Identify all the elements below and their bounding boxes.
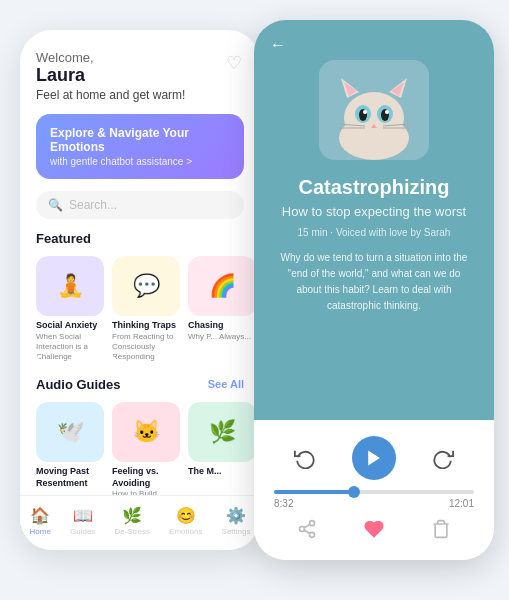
phone-left: ♡ Welcome, Laura Feel at home and get wa… [20,30,260,550]
time-labels: 8:32 12:01 [274,498,474,509]
featured-card-sub-0: When Social Interaction is a Challenge [36,332,104,363]
audio-card-0[interactable]: 🕊️ Moving Past Resentment [36,402,104,495]
nav-emotions[interactable]: 😊 Emotions [169,506,202,536]
tagline: Feel at home and get warm! [36,88,244,102]
username: Laura [36,65,244,86]
progress-container[interactable]: 8:32 12:01 [274,490,474,509]
featured-title: Featured [36,231,244,246]
svg-point-20 [300,527,305,532]
audio-card-img-1: 🐱 [112,402,180,462]
audio-card-2[interactable]: 🌿 The M... [188,402,256,495]
track-description: Why do we tend to turn a situation into … [279,250,469,314]
audio-card-label-1: Feeling vs. Avoiding [112,466,180,489]
audio-card-img-0: 🕊️ [36,402,104,462]
nav-home-label: Home [30,527,51,536]
cta-banner[interactable]: Explore & Navigate Your Emotions with ge… [36,114,244,179]
audio-guides-header: Audio Guides See All [36,377,244,392]
phone-right: ← [254,20,494,560]
app-container: ♡ Welcome, Laura Feel at home and get wa… [0,0,509,600]
player-actions [274,519,474,544]
nav-emotions-label: Emotions [169,527,202,536]
audio-card-img-2: 🌿 [188,402,256,462]
featured-card-label-1: Thinking Traps [112,320,180,332]
search-bar[interactable]: 🔍 Search... [36,191,244,219]
track-title: Catastrophizing [298,176,449,199]
track-subtitle: How to stop expecting the worst [282,203,466,221]
search-placeholder: Search... [69,198,117,212]
svg-line-23 [304,524,310,527]
svg-point-11 [363,110,367,114]
svg-line-22 [304,530,310,533]
audio-guides-title: Audio Guides [36,377,121,392]
track-meta: 15 min · Voiced with love by Sarah [298,227,451,238]
back-button[interactable]: ← [270,36,286,54]
featured-row: 🧘 Social Anxiety When Social Interaction… [36,256,244,363]
featured-card-2[interactable]: 🌈 Chasing Why P... Always... [188,256,256,363]
svg-point-12 [385,110,389,114]
home-icon: 🏠 [30,506,50,525]
see-all-link[interactable]: See All [208,378,244,390]
share-button[interactable] [297,519,317,544]
search-icon: 🔍 [48,198,63,212]
time-current: 8:32 [274,498,293,509]
settings-icon: ⚙️ [226,506,246,525]
welcome-text: Welcome, [36,50,244,65]
nav-settings[interactable]: ⚙️ Settings [222,506,251,536]
audio-card-label-2: The M... [188,466,256,478]
progress-knob[interactable] [348,486,360,498]
featured-card-img-2: 🌈 [188,256,256,316]
nav-settings-label: Settings [222,527,251,536]
bottom-nav: 🏠 Home 📖 Guides 🌿 De-Stress 😊 Emotions ⚙… [20,495,260,550]
featured-card-0[interactable]: 🧘 Social Anxiety When Social Interaction… [36,256,104,363]
featured-card-label-0: Social Anxiety [36,320,104,332]
destress-icon: 🌿 [122,506,142,525]
cta-subtitle: with gentle chatbot assistance > [50,156,230,167]
svg-point-19 [310,521,315,526]
nav-guides[interactable]: 📖 Guides [70,506,95,536]
audio-card-label-0: Moving Past Resentment [36,466,104,489]
featured-card-1[interactable]: 💬 Thinking Traps From Reacting to Consci… [112,256,180,363]
svg-point-2 [344,92,404,144]
audio-card-1[interactable]: 🐱 Feeling vs. Avoiding How to Build Emot… [112,402,180,495]
heart-icon[interactable]: ♡ [226,52,242,74]
cat-image [319,60,429,160]
featured-card-sub-1: From Reacting to Consciously Responding [112,332,180,363]
player-bottom: 8:32 12:01 [254,420,494,560]
progress-fill [274,490,354,494]
svg-point-21 [310,532,315,537]
rewind-button[interactable] [289,442,321,474]
delete-button[interactable] [431,519,451,544]
nav-destress-label: De-Stress [114,527,150,536]
featured-card-sub-2: Why P... Always... [188,332,256,342]
featured-card-label-2: Chasing [188,320,256,332]
favorite-button[interactable] [364,519,384,544]
svg-marker-18 [368,451,380,466]
player-top: ← [254,20,494,420]
nav-guides-label: Guides [70,527,95,536]
nav-destress[interactable]: 🌿 De-Stress [114,506,150,536]
nav-home[interactable]: 🏠 Home [30,506,51,536]
featured-card-img-0: 🧘 [36,256,104,316]
emotions-icon: 😊 [176,506,196,525]
featured-card-img-1: 💬 [112,256,180,316]
guides-icon: 📖 [73,506,93,525]
player-controls [274,436,474,480]
progress-bar [274,490,474,494]
forward-button[interactable] [427,442,459,474]
cta-title: Explore & Navigate Your Emotions [50,126,230,154]
time-total: 12:01 [449,498,474,509]
left-content: ♡ Welcome, Laura Feel at home and get wa… [20,30,260,495]
audio-row: 🕊️ Moving Past Resentment 🐱 Feeling vs. … [36,402,244,495]
play-button[interactable] [352,436,396,480]
